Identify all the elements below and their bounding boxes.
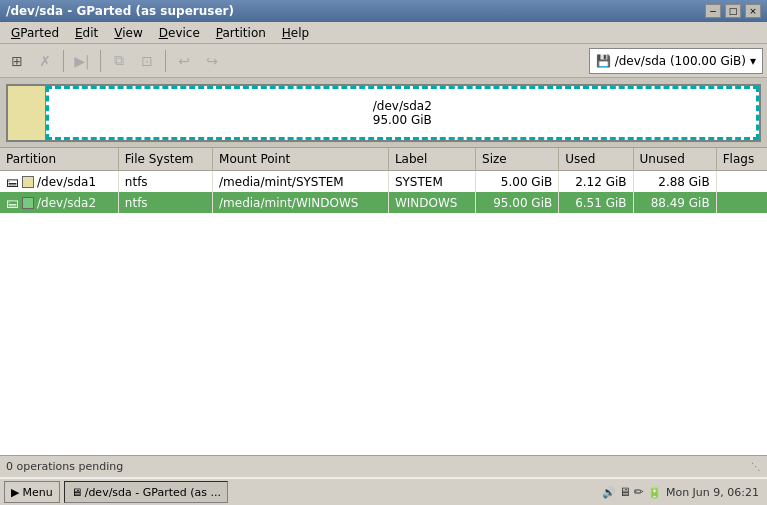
menu-device[interactable]: Device — [152, 23, 207, 43]
window-controls: − □ × — [705, 4, 761, 18]
menu-view[interactable]: View — [107, 23, 149, 43]
paste-button[interactable]: ⊡ — [134, 48, 160, 74]
datetime: Mon Jun 9, 06:21 — [666, 486, 759, 499]
taskbar-app-icon: 🖥 — [71, 486, 82, 499]
cell-used: 2.12 GiB — [559, 171, 633, 193]
partition-name: /dev/sda1 — [37, 175, 96, 189]
cell-size: 5.00 GiB — [476, 171, 559, 193]
toolbar: ⊞ ✗ ▶| ⧉ ⊡ ↩ ↪ 💾 /dev/sda (100.00 GiB) ▾ — [0, 44, 767, 78]
taskbar-app-label: /dev/sda - GParted (as ... — [85, 486, 221, 499]
start-button[interactable]: ▶ Menu — [4, 481, 60, 503]
undo-button[interactable]: ↩ — [171, 48, 197, 74]
device-selector[interactable]: 💾 /dev/sda (100.00 GiB) ▾ — [589, 48, 763, 74]
table-row[interactable]: 🖴 /dev/sda1 ntfs/media/mint/SYSTEMSYSTEM… — [0, 171, 767, 193]
visual-sda2-label: /dev/sda2 — [373, 99, 432, 113]
redo-button[interactable]: ↪ — [199, 48, 225, 74]
col-size: Size — [476, 148, 559, 171]
start-icon: ▶ — [11, 486, 19, 499]
cell-mount: /media/mint/SYSTEM — [213, 171, 389, 193]
cell-unused: 88.49 GiB — [633, 192, 716, 213]
menu-partition[interactable]: Partition — [209, 23, 273, 43]
taskbar-gparted-item[interactable]: 🖥 /dev/sda - GParted (as ... — [64, 481, 228, 503]
col-filesystem: File System — [118, 148, 212, 171]
device-icon: 💾 — [596, 54, 611, 68]
statusbar: 0 operations pending ⋱ — [0, 455, 767, 477]
taskbar: ▶ Menu 🖥 /dev/sda - GParted (as ... 🔊 🖥 … — [0, 477, 767, 505]
statusbar-resize-icon: ⋱ — [751, 461, 761, 472]
partition-visual-inner: /dev/sda2 95.00 GiB — [6, 84, 761, 142]
settings-icon[interactable]: ✏ — [634, 485, 644, 499]
cell-filesystem: ntfs — [118, 192, 212, 213]
apply-button[interactable]: ▶| — [69, 48, 95, 74]
menu-help[interactable]: Help — [275, 23, 316, 43]
col-label: Label — [388, 148, 475, 171]
maximize-button[interactable]: □ — [725, 4, 741, 18]
col-used: Used — [559, 148, 633, 171]
new-partition-button[interactable]: ⊞ — [4, 48, 30, 74]
table-row[interactable]: 🖴 /dev/sda2 ntfs/media/mint/WINDOWSWINDO… — [0, 192, 767, 213]
device-label: /dev/sda (100.00 GiB) — [615, 54, 746, 68]
cell-partition: 🖴 /dev/sda2 — [0, 192, 118, 213]
battery-icon: 🔋 — [647, 485, 662, 499]
toolbar-separator-1 — [63, 50, 64, 72]
cell-label: SYSTEM — [388, 171, 475, 193]
window-title: /dev/sda - GParted (as superuser) — [6, 4, 234, 18]
menu-gparted[interactable]: GParted — [4, 23, 66, 43]
copy-button[interactable]: ⧉ — [106, 48, 132, 74]
cell-size: 95.00 GiB — [476, 192, 559, 213]
toolbar-separator-3 — [165, 50, 166, 72]
menu-edit[interactable]: Edit — [68, 23, 105, 43]
titlebar: /dev/sda - GParted (as superuser) − □ × — [0, 0, 767, 22]
partitions-table: Partition File System Mount Point Label … — [0, 148, 767, 213]
partition-name: /dev/sda2 — [37, 196, 96, 210]
col-unused: Unused — [633, 148, 716, 171]
operations-pending: 0 operations pending — [6, 460, 123, 473]
minimize-button[interactable]: − — [705, 4, 721, 18]
cell-mount: /media/mint/WINDOWS — [213, 192, 389, 213]
partition-icon-hdd: 🖴 — [6, 174, 19, 189]
visual-sda1[interactable] — [8, 86, 46, 140]
system-tray: 🔊 🖥 ✏ 🔋 Mon Jun 9, 06:21 — [598, 485, 763, 499]
cell-unused: 2.88 GiB — [633, 171, 716, 193]
delete-partition-button[interactable]: ✗ — [32, 48, 58, 74]
cell-partition: 🖴 /dev/sda1 — [0, 171, 118, 193]
col-mountpoint: Mount Point — [213, 148, 389, 171]
cell-flags — [716, 192, 767, 213]
table-header-row: Partition File System Mount Point Label … — [0, 148, 767, 171]
start-label: Menu — [22, 486, 52, 499]
partition-table: Partition File System Mount Point Label … — [0, 148, 767, 455]
col-partition: Partition — [0, 148, 118, 171]
partition-icon-hdd: 🖴 — [6, 195, 19, 210]
menubar: GParted Edit View Device Partition Help — [0, 22, 767, 44]
col-flags: Flags — [716, 148, 767, 171]
visual-sda2[interactable]: /dev/sda2 95.00 GiB — [46, 86, 759, 140]
cell-label: WINDOWS — [388, 192, 475, 213]
monitor-icon[interactable]: 🖥 — [619, 485, 631, 499]
visual-sda2-size: 95.00 GiB — [373, 113, 432, 127]
cell-used: 6.51 GiB — [559, 192, 633, 213]
volume-icon[interactable]: 🔊 — [602, 486, 616, 499]
tray-icons: 🔊 🖥 ✏ 🔋 — [602, 485, 662, 499]
chevron-down-icon: ▾ — [750, 54, 756, 68]
toolbar-separator-2 — [100, 50, 101, 72]
close-button[interactable]: × — [745, 4, 761, 18]
cell-flags — [716, 171, 767, 193]
partition-visual: /dev/sda2 95.00 GiB — [0, 78, 767, 148]
cell-filesystem: ntfs — [118, 171, 212, 193]
